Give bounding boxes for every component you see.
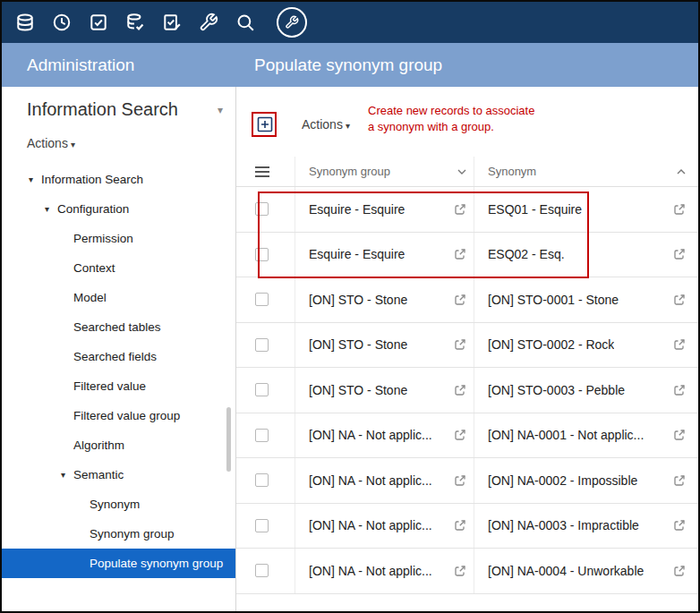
open-record-icon[interactable] — [673, 429, 686, 441]
tree-item-information-search[interactable]: ▾Information Search — [2, 165, 235, 194]
synonym-group-cell: [ON] STO - Stone — [309, 337, 407, 352]
main-actions-dropdown[interactable]: Actions▾ — [302, 117, 350, 132]
table-row: [ON] STO - Stone[ON] STO-0003 - Pebble — [236, 368, 698, 413]
sort-desc-icon[interactable] — [457, 169, 466, 175]
table-menu-icon[interactable] — [255, 164, 269, 180]
table-row: [ON] NA - Not applic...[ON] NA-0004 - Un… — [236, 549, 698, 594]
chevron-down-icon: ▾ — [346, 121, 350, 131]
tree-item-filtered-value[interactable]: Filtered value — [2, 371, 235, 401]
synonym-cell: [ON] STO-0001 - Stone — [488, 293, 619, 307]
row-checkbox[interactable] — [255, 473, 269, 487]
sidebar-actions-label: Actions — [27, 136, 68, 150]
database-check-icon[interactable] — [124, 12, 146, 33]
wrench-icon[interactable] — [198, 12, 219, 33]
search-icon[interactable] — [235, 12, 256, 33]
tree-item-model[interactable]: Model — [2, 283, 235, 312]
main-toolbar: Actions▾ Create new records to associate… — [236, 87, 698, 157]
sidebar-tree: ▾Information Search▾ConfigurationPermiss… — [2, 165, 235, 578]
row-checkbox[interactable] — [255, 564, 269, 577]
tree-item-synonym-group[interactable]: Synonym group — [2, 519, 235, 549]
sidebar: Information Search ▾ Actions▾ ▾Informati… — [2, 87, 236, 611]
tree-item-algorithm[interactable]: Algorithm — [2, 430, 235, 460]
synonym-group-cell: Esquire - Esquire — [309, 202, 405, 217]
sidebar-title-caret-icon[interactable]: ▾ — [218, 104, 223, 116]
synonym-group-cell: [ON] NA - Not applic... — [309, 428, 432, 442]
tree-item-label: Algorithm — [73, 438, 124, 452]
tree-item-permission[interactable]: Permission — [2, 224, 235, 253]
annotation-box-add-button — [252, 112, 277, 137]
sidebar-title: Information Search — [27, 99, 178, 120]
tree-item-label: Filtered value group — [73, 409, 180, 422]
column-header-synonym-group[interactable]: Synonym group — [309, 165, 390, 178]
open-record-icon[interactable] — [673, 203, 686, 216]
tree-item-label: Filtered value — [73, 379, 146, 393]
open-record-icon[interactable] — [673, 474, 686, 487]
row-checkbox[interactable] — [255, 383, 269, 396]
open-record-icon[interactable] — [673, 384, 686, 396]
synonym-cell: [ON] NA-0002 - Impossible — [488, 473, 637, 488]
synonym-group-cell: [ON] NA - Not applic... — [309, 473, 432, 488]
expand-caret-icon[interactable]: ▾ — [45, 204, 57, 214]
column-header-synonym[interactable]: Synonym — [488, 165, 536, 178]
row-checkbox[interactable] — [255, 519, 269, 532]
open-record-icon[interactable] — [454, 203, 466, 216]
tree-item-populate-synonym-group[interactable]: Populate synonym group — [2, 549, 235, 578]
synonym-cell: ESQ01 - Esquire — [488, 202, 582, 217]
synonym-group-cell: [ON] NA - Not applic... — [309, 564, 432, 578]
tree-item-label: Synonym group — [90, 527, 175, 541]
open-record-icon[interactable] — [454, 429, 466, 441]
open-record-icon[interactable] — [673, 294, 686, 306]
open-record-icon[interactable] — [673, 565, 686, 577]
checkbox-icon[interactable] — [88, 12, 109, 33]
row-checkbox[interactable] — [255, 202, 269, 216]
clock-icon[interactable] — [51, 12, 73, 33]
tree-item-synonym[interactable]: Synonym — [2, 490, 235, 519]
table-row: Esquire - EsquireESQ01 - Esquire — [236, 187, 698, 233]
table-row: Esquire - EsquireESQ02 - Esq. — [236, 233, 698, 278]
synonym-group-cell: Esquire - Esquire — [309, 247, 405, 261]
open-record-icon[interactable] — [673, 519, 686, 532]
synonym-group-cell: [ON] STO - Stone — [309, 293, 407, 307]
tree-item-label: Permission — [73, 232, 133, 245]
annotation-text: Create new records to associate a synony… — [368, 103, 543, 135]
tree-item-context[interactable]: Context — [2, 253, 235, 283]
table-row: [ON] NA - Not applic...[ON] NA-0001 - No… — [236, 413, 698, 459]
row-checkbox[interactable] — [255, 248, 269, 261]
database-icon[interactable] — [14, 12, 36, 33]
open-record-icon[interactable] — [454, 294, 466, 306]
expand-caret-icon[interactable]: ▾ — [61, 470, 73, 480]
open-record-icon[interactable] — [454, 338, 466, 351]
tree-item-label: Searched tables — [73, 320, 161, 334]
chevron-down-icon: ▾ — [71, 140, 75, 149]
row-checkbox[interactable] — [255, 338, 269, 352]
open-record-icon[interactable] — [673, 338, 686, 351]
sidebar-scrollbar[interactable] — [226, 407, 231, 472]
tree-item-filtered-value-group[interactable]: Filtered value group — [2, 401, 235, 430]
tree-item-label: Model — [73, 291, 107, 304]
synonym-cell: ESQ02 - Esq. — [488, 247, 565, 261]
synonym-cell: [ON] NA-0004 - Unworkable — [488, 564, 644, 578]
form-check-icon[interactable] — [161, 12, 183, 33]
tree-item-configuration[interactable]: ▾Configuration — [2, 194, 235, 224]
table-body: Esquire - EsquireESQ01 - EsquireEsquire … — [236, 187, 698, 594]
sort-asc-icon[interactable] — [677, 169, 686, 175]
tree-item-label: Semantic — [73, 468, 124, 481]
open-record-icon[interactable] — [673, 248, 686, 260]
sidebar-actions-dropdown[interactable]: Actions▾ — [27, 136, 235, 150]
open-record-icon[interactable] — [454, 248, 466, 260]
expand-caret-icon[interactable]: ▾ — [29, 175, 41, 184]
row-checkbox[interactable] — [255, 429, 269, 442]
synonym-cell: [ON] NA-0003 - Impractible — [488, 518, 639, 532]
open-record-icon[interactable] — [454, 384, 466, 396]
tree-item-label: Configuration — [57, 202, 129, 216]
open-record-icon[interactable] — [454, 519, 466, 532]
open-record-icon[interactable] — [454, 565, 466, 577]
row-checkbox[interactable] — [255, 293, 269, 306]
open-record-icon[interactable] — [454, 474, 466, 487]
tree-item-searched-fields[interactable]: Searched fields — [2, 342, 235, 371]
tree-item-searched-tables[interactable]: Searched tables — [2, 312, 235, 342]
synonym-group-cell: [ON] NA - Not applic... — [309, 518, 432, 532]
active-wrench-icon[interactable] — [277, 7, 307, 38]
records-table: Synonym group Synonym Esquire - EsquireE… — [236, 157, 698, 594]
tree-item-semantic[interactable]: ▾Semantic — [2, 460, 235, 490]
